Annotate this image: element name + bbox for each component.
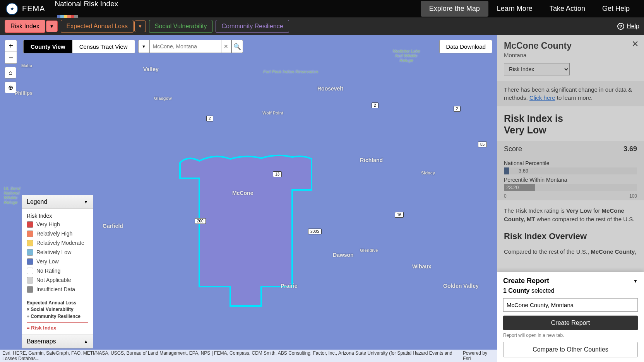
search-group: ▼ ✕ 🔍: [138, 40, 243, 53]
legend-item: Relatively Moderate: [27, 240, 88, 246]
app-title-wrap: National Risk Index: [55, 0, 118, 18]
help-text: Help: [627, 23, 639, 30]
label-sidney: Sidney: [421, 171, 435, 175]
legend-section: Risk Index: [27, 213, 88, 219]
nav-explore[interactable]: Explore the Map: [421, 1, 488, 17]
create-report-button[interactable]: Create Report: [503, 316, 638, 330]
state-percentile-bar: 23.20: [504, 184, 637, 191]
state-percentile-label: Percentile Within Montana: [504, 177, 637, 183]
legend-item: Very High: [27, 221, 88, 228]
legend-swatch: [27, 231, 33, 237]
filter-community[interactable]: Community Resilience: [216, 20, 289, 33]
help-icon: ?: [617, 23, 624, 30]
national-percentile-bar: 3.69: [504, 167, 637, 174]
legend-item-label: Relatively High: [36, 231, 72, 237]
chevron-down-icon: ▼: [633, 278, 638, 284]
label-golden-valley: Golden Valley: [443, 283, 479, 289]
score-value: 3.69: [623, 145, 637, 153]
legend-item: Relatively Low: [27, 249, 88, 256]
search-button[interactable]: 🔍: [231, 40, 243, 53]
nav-action[interactable]: Take Action: [541, 1, 594, 17]
close-panel-button[interactable]: ✕: [632, 39, 639, 49]
legend-item-label: Not Applicable: [36, 277, 71, 283]
report-location-input[interactable]: [503, 298, 638, 312]
notice-link[interactable]: Click here: [529, 94, 555, 101]
filter-bar: Risk Index ▼ Expected Annual Loss ▼ Soci…: [0, 17, 644, 35]
label-wibaux: Wibaux: [412, 263, 432, 270]
legend-item: No Rating: [27, 268, 88, 274]
national-percentile-value: 3.69: [519, 168, 528, 174]
rating-value: Very Low: [504, 125, 546, 135]
county-view-tab[interactable]: County View: [24, 40, 72, 53]
legend-swatch: [27, 221, 33, 228]
filter-risk-index[interactable]: Risk Index: [5, 20, 45, 33]
formula-line-1: Expected Annual Loss: [27, 300, 88, 306]
zoom-group: + −: [5, 40, 17, 64]
zoom-out-button[interactable]: −: [5, 52, 17, 63]
legend-title: Legend: [27, 198, 47, 205]
legend-toggle[interactable]: Legend ▼: [22, 195, 93, 209]
agency-name: FEMA: [22, 4, 45, 13]
filter-social[interactable]: Social Vulnerability: [149, 20, 213, 33]
fema-seal-icon: ★: [6, 3, 18, 15]
national-percentile-label: National Percentile: [504, 160, 637, 166]
chevron-up-icon: ▲: [84, 339, 88, 344]
filter-eal-dropdown[interactable]: ▼: [134, 20, 146, 32]
route-2b: 2: [372, 102, 379, 108]
report-header[interactable]: Create Report ▼: [503, 277, 638, 285]
label-garfield: Garfield: [103, 223, 123, 229]
filter-risk-dropdown[interactable]: ▼: [46, 20, 58, 32]
home-extent-button[interactable]: ⌂: [5, 67, 16, 79]
basemaps-toggle[interactable]: Basemaps ▲: [22, 335, 93, 348]
route-85: 85: [478, 142, 487, 147]
nav-help[interactable]: Get Help: [594, 1, 638, 17]
panel-state: Montana: [504, 52, 637, 58]
label-medicine-lake: Medicine Lake Natl Wildlife Refuge: [389, 49, 424, 63]
search-clear-button[interactable]: ✕: [221, 40, 231, 53]
chevron-down-icon: ▼: [84, 199, 88, 205]
label-richland: Richland: [360, 157, 383, 163]
legend-panel: Legend ▼ Risk Index Very HighRelatively …: [22, 195, 93, 348]
axis-max: 100: [629, 193, 637, 199]
rating-heading: Risk Index is Very Low: [504, 113, 637, 136]
report-selection: 1 County selected: [503, 287, 638, 294]
formula-line-3: + Community Resilience: [27, 313, 88, 320]
locate-button[interactable]: ⊕: [5, 82, 16, 93]
map-attribution: Esri, HERE, Garmin, SafeGraph, FAO, METI…: [0, 350, 497, 362]
data-download-button[interactable]: Data Download: [439, 40, 492, 53]
search-input[interactable]: [150, 40, 221, 53]
report-count: 1 County: [503, 287, 529, 294]
app-title: National Risk Index: [55, 0, 118, 8]
label-glendive: Glendive: [360, 248, 378, 253]
percentile-axis: 0 100: [504, 193, 637, 199]
app-header: ★ FEMA National Risk Index Explore the M…: [0, 0, 644, 17]
legend-item-label: Relatively Moderate: [36, 240, 84, 246]
map-controls-top: County View Census Tract View ▼ ✕ 🔍: [23, 40, 243, 53]
attribution-esri: Powered by Esri: [463, 350, 495, 361]
main-area: + − ⌂ ⊕ County View Census Tract View ▼ …: [0, 35, 644, 362]
data-change-notice: There has been a significant change in o…: [497, 81, 644, 106]
zoom-in-button[interactable]: +: [5, 40, 17, 52]
report-note: Report will open in a new tab.: [503, 333, 638, 338]
attribution-text: Esri, HERE, Garmin, SafeGraph, FAO, METI…: [2, 350, 463, 361]
tract-view-tab[interactable]: Census Tract View: [72, 40, 135, 53]
filter-eal[interactable]: Expected Annual Loss: [61, 20, 134, 33]
overview-heading: Risk Index Overview: [504, 231, 637, 241]
rating-description: The Risk Index rating is Very Low for Mc…: [504, 207, 637, 224]
search-type-dropdown[interactable]: ▼: [138, 40, 150, 53]
legend-item-label: No Rating: [36, 268, 60, 274]
route-2c: 2: [454, 106, 461, 112]
formula-line-2: × Social Vulnerability: [27, 306, 88, 313]
axis-min: 0: [504, 193, 507, 199]
label-glasgow: Glasgow: [154, 96, 172, 101]
help-link[interactable]: ? Help: [617, 23, 639, 30]
compare-button[interactable]: Compare to Other Counties: [503, 342, 638, 357]
label-fort-peck: Fort Peck Indian Reservation: [263, 69, 318, 74]
map-canvas[interactable]: + − ⌂ ⊕ County View Census Tract View ▼ …: [0, 35, 497, 362]
metric-dropdown[interactable]: Risk Index: [504, 63, 570, 75]
state-percentile-value: 23.20: [506, 184, 519, 190]
label-wolf-point: Wolf Point: [262, 111, 283, 115]
notice-text-b: to learn more.: [555, 94, 593, 101]
nav-learn[interactable]: Learn More: [488, 1, 541, 17]
search-icon: 🔍: [233, 43, 241, 50]
